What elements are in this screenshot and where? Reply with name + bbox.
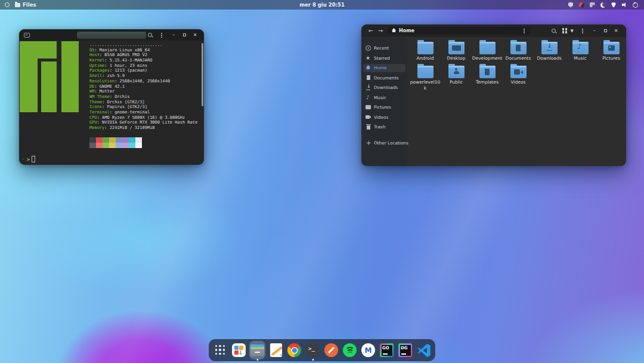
terminal-app[interactable]: >_ xyxy=(305,340,321,360)
menu-kebab-icon[interactable] xyxy=(580,28,586,34)
folder-name: Videos xyxy=(503,79,534,85)
folder-icon xyxy=(448,42,465,54)
orange-pencil-icon xyxy=(324,343,339,358)
neofetch-output: .............................OS: Manjaro… xyxy=(89,42,197,131)
folder-icon xyxy=(479,66,496,78)
files-headerbar[interactable]: ← → Home ▼ – ✕ xyxy=(361,24,626,37)
text-editor-app[interactable] xyxy=(268,340,284,360)
updates-icon[interactable] xyxy=(579,2,584,8)
maximize-button[interactable] xyxy=(179,33,190,38)
files-app[interactable] xyxy=(249,340,265,360)
vscode-app[interactable] xyxy=(416,340,432,360)
neofetch-line: Host: B550 AORUS PRO V2 xyxy=(89,53,197,58)
sidebar-item-pictures[interactable]: Pictures xyxy=(363,103,405,112)
goland-app[interactable]: GO xyxy=(379,340,395,360)
folder-item-downloads[interactable]: Downloads xyxy=(534,42,564,61)
terminal-scrollbar[interactable] xyxy=(202,43,203,106)
menu-kebab-icon[interactable] xyxy=(159,32,165,38)
night-light-icon[interactable] xyxy=(600,2,606,8)
chrome-app[interactable] xyxy=(286,340,302,360)
folder-name: Desktop xyxy=(441,56,472,61)
gedit-icon xyxy=(268,343,283,358)
show-apps-button[interactable] xyxy=(212,340,228,360)
m-logo-app[interactable]: M xyxy=(360,340,376,360)
recent-icon xyxy=(366,45,371,51)
neofetch-line: Kernel: 5.15.41-1-MANJARO xyxy=(89,58,197,63)
sidebar-item-documents[interactable]: Documents xyxy=(363,73,405,82)
neofetch-line: GPU: NVIDIA GeForce RTX 3060 Lite Hash R… xyxy=(89,120,197,125)
palette-swatch xyxy=(89,137,96,143)
folder-item-powerlevel10k[interactable]: powerlevel10k xyxy=(410,66,440,91)
location-menu-icon[interactable] xyxy=(521,28,527,34)
terminal-app-icon xyxy=(24,33,30,38)
document-icon xyxy=(366,75,371,81)
pencil-app[interactable] xyxy=(323,340,339,360)
sidebar-item-videos[interactable]: Videos xyxy=(363,113,405,121)
vscode-icon xyxy=(416,343,431,358)
view-toggle-button[interactable]: ▼ xyxy=(562,28,574,33)
video-emblem-icon xyxy=(514,69,523,75)
input-source-icon[interactable] xyxy=(590,2,595,7)
folder-item-desktop[interactable]: Desktop xyxy=(441,42,471,61)
manjaro-logo xyxy=(20,41,38,112)
folder-item-documents[interactable]: Documents xyxy=(503,42,533,61)
folder-item-public[interactable]: Public xyxy=(441,66,471,85)
palette-swatch xyxy=(122,143,129,148)
neofetch-line: Theme: Orchis [GTK2/3] xyxy=(89,100,197,105)
search-icon[interactable] xyxy=(551,28,557,34)
sidebar-item-label: Recent xyxy=(374,45,389,51)
folder-item-pictures[interactable]: Pictures xyxy=(596,42,626,61)
terminal-content[interactable]: .............................OS: Manjaro… xyxy=(19,41,204,165)
datagrip-app[interactable]: DG xyxy=(397,340,413,360)
folder-item-templates[interactable]: Templates xyxy=(472,66,502,85)
forward-button[interactable]: → xyxy=(376,27,385,34)
sidebar-item-label: Trash xyxy=(374,124,385,130)
system-tray[interactable] xyxy=(568,2,644,8)
neofetch-line: Icons: Papirus [GTK2/3] xyxy=(89,104,197,110)
terminal-tab[interactable] xyxy=(77,32,146,39)
sidebar-item-starred[interactable]: Starred xyxy=(363,54,405,62)
path-bar[interactable]: Home xyxy=(388,27,531,35)
neofetch-line: WM Theme: Orchis xyxy=(89,94,197,100)
palette-swatch xyxy=(135,143,142,148)
folder-name: Android xyxy=(410,56,441,61)
pictures-icon xyxy=(366,104,371,110)
spotify-app[interactable] xyxy=(342,340,358,360)
sidebar-item-trash[interactable]: Trash xyxy=(363,123,405,131)
folder-name: Documents xyxy=(503,56,534,61)
sidebar-item-home[interactable]: Home xyxy=(363,64,405,72)
terminal-icon: >_ xyxy=(305,343,320,358)
sidebar-item-downloads[interactable]: Downloads xyxy=(363,84,405,92)
close-button[interactable]: ✕ xyxy=(190,33,200,38)
software-center[interactable]: ↓ xyxy=(231,340,247,360)
folder-item-android[interactable]: Android xyxy=(410,42,440,61)
sidebar-item-other-locations[interactable]: Other Locations xyxy=(363,139,405,147)
clock[interactable]: mer 8 giu 20:51 xyxy=(0,2,644,8)
palette-swatch xyxy=(129,137,135,143)
minimize-button[interactable]: – xyxy=(168,33,179,38)
wifi-icon[interactable] xyxy=(611,2,617,7)
neofetch-line: Resolution: 2560x1440, 2560x1440 xyxy=(89,79,197,84)
close-button[interactable]: ✕ xyxy=(611,29,621,33)
sidebar-item-recent[interactable]: Recent xyxy=(363,44,405,53)
folder-item-videos[interactable]: Videos xyxy=(503,66,533,85)
trash-icon xyxy=(366,124,371,130)
sidebar-item-label: Starred xyxy=(374,56,390,61)
back-button[interactable]: ← xyxy=(366,27,376,34)
shield-icon[interactable] xyxy=(568,2,573,8)
power-icon[interactable] xyxy=(633,2,638,8)
sidebar-item-music[interactable]: Music xyxy=(363,93,405,101)
folder-icon xyxy=(417,42,434,54)
volume-icon[interactable] xyxy=(622,2,627,8)
search-icon[interactable] xyxy=(147,32,153,38)
maximize-button[interactable] xyxy=(600,29,611,33)
person-emblem-icon xyxy=(454,68,459,75)
chrome-icon xyxy=(287,343,302,358)
folder-item-development[interactable]: Development xyxy=(472,42,502,61)
palette-swatch xyxy=(96,137,103,143)
minimize-button[interactable]: – xyxy=(589,29,600,33)
folder-icon xyxy=(448,66,465,78)
terminal-headerbar[interactable]: – ✕ xyxy=(19,29,204,41)
folder-item-music[interactable]: Music xyxy=(565,42,595,61)
palette-swatch xyxy=(103,137,109,143)
